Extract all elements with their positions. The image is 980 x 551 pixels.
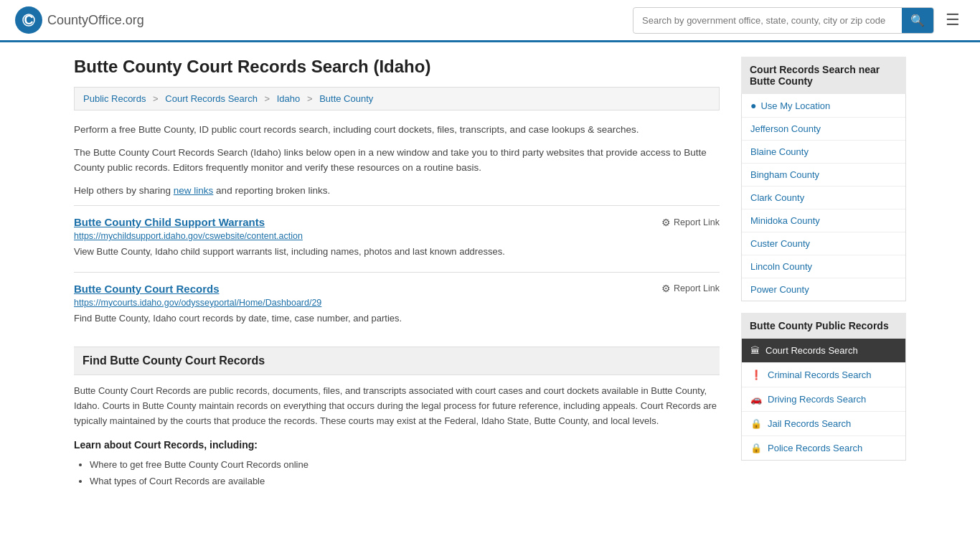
county-link-item[interactable]: Lincoln County (742, 255, 905, 278)
county-link-item[interactable]: Jefferson County (742, 118, 905, 141)
use-location-link[interactable]: Use My Location (760, 100, 830, 111)
public-record-item[interactable]: 🔒 Jail Records Search (742, 412, 905, 436)
report-icon: ⚙ (661, 217, 671, 228)
nearby-counties-container: Jefferson CountyBlaine CountyBingham Cou… (742, 118, 905, 301)
record-item-header: Butte County Child Support Warrants ⚙ Re… (74, 216, 720, 228)
public-record-link[interactable]: Jail Records Search (768, 418, 851, 429)
logo-icon: C (14, 6, 43, 34)
new-links[interactable]: new links (174, 185, 214, 196)
county-link[interactable]: Power County (750, 284, 809, 295)
record-description: View Butte County, Idaho child support w… (74, 245, 720, 259)
search-button[interactable]: 🔍 (902, 8, 933, 33)
main-content: Butte County Court Records Search (Idaho… (74, 57, 720, 490)
breadcrumb-idaho[interactable]: Idaho (277, 93, 301, 104)
report-link[interactable]: ⚙ Report Link (661, 217, 720, 228)
breadcrumb: Public Records > Court Records Search > … (74, 87, 720, 110)
county-link-item[interactable]: Clark County (742, 187, 905, 209)
search-input[interactable] (633, 9, 902, 32)
public-records-section-title: Butte County Public Records (741, 313, 906, 339)
search-box: 🔍 (633, 7, 934, 34)
record-item: Butte County Child Support Warrants ⚙ Re… (74, 205, 720, 269)
record-items: Butte County Child Support Warrants ⚙ Re… (74, 205, 720, 335)
page-title: Butte County Court Records Search (Idaho… (74, 57, 720, 77)
county-link[interactable]: Jefferson County (750, 123, 821, 134)
county-link[interactable]: Blaine County (750, 146, 809, 157)
sidebar: Court Records Search near Butte County ●… (741, 57, 906, 490)
public-record-link[interactable]: Court Records Search (765, 345, 858, 356)
bullet-item: Where to get free Butte County Court Rec… (90, 456, 720, 473)
record-title[interactable]: Butte County Court Records (74, 283, 220, 295)
public-record-link[interactable]: Driving Records Search (768, 394, 866, 405)
learn-heading: Learn about Court Records, including: (74, 439, 720, 451)
record-type-icon: 🔒 (750, 418, 762, 429)
location-icon: ● (750, 100, 756, 111)
breadcrumb-butte-county[interactable]: Butte County (319, 93, 373, 104)
find-description: Butte County Court Records are public re… (74, 384, 720, 428)
record-title[interactable]: Butte County Child Support Warrants (74, 216, 265, 228)
description-2: The Butte County Court Records Search (I… (74, 145, 720, 176)
nearby-counties-list: ● Use My Location Jefferson CountyBlaine… (741, 94, 906, 301)
description-1: Perform a free Butte County, ID public c… (74, 122, 720, 138)
page-container: Butte County Court Records Search (Idaho… (60, 42, 920, 504)
find-section-heading: Find Butte County Court Records (74, 347, 720, 375)
description-3: Help others by sharing new links and rep… (74, 183, 720, 199)
county-link-item[interactable]: Minidoka County (742, 209, 905, 232)
use-my-location[interactable]: ● Use My Location (742, 94, 905, 118)
public-record-item[interactable]: 🏛 Court Records Search (742, 339, 905, 363)
public-record-item[interactable]: 🚗 Driving Records Search (742, 387, 905, 412)
public-records-container: 🏛 Court Records Search ❗ Criminal Record… (742, 339, 905, 460)
county-link-item[interactable]: Blaine County (742, 141, 905, 164)
record-type-icon: ❗ (750, 369, 762, 380)
breadcrumb-court-records-search[interactable]: Court Records Search (165, 93, 258, 104)
public-record-item[interactable]: 🔒 Police Records Search (742, 436, 905, 460)
logo: C CountyOffice.org (14, 6, 144, 34)
record-url[interactable]: https://mycourts.idaho.gov/odysseyportal… (74, 298, 720, 308)
county-link[interactable]: Custer County (750, 238, 810, 249)
public-record-link[interactable]: Police Records Search (768, 443, 862, 453)
logo-text: CountyOffice.org (47, 13, 144, 28)
county-link[interactable]: Clark County (750, 192, 804, 203)
report-link[interactable]: ⚙ Report Link (661, 283, 720, 294)
record-url[interactable]: https://mychildsupport.idaho.gov/cswebsi… (74, 231, 720, 241)
record-type-icon: 🚗 (750, 394, 762, 405)
bullet-list: Where to get free Butte County Court Rec… (74, 456, 720, 490)
menu-button[interactable]: ☰ (940, 8, 966, 32)
county-link[interactable]: Bingham County (750, 169, 819, 180)
public-record-link[interactable]: Criminal Records Search (768, 369, 872, 380)
search-area: 🔍 ☰ (633, 7, 966, 34)
county-link-item[interactable]: Bingham County (742, 164, 905, 187)
record-description: Find Butte County, Idaho court records b… (74, 311, 720, 326)
county-link-item[interactable]: Power County (742, 278, 905, 301)
report-icon: ⚙ (661, 283, 671, 294)
header: C CountyOffice.org 🔍 ☰ (0, 0, 980, 42)
record-type-icon: 🏛 (750, 345, 760, 356)
record-type-icon: 🔒 (750, 443, 762, 453)
nearby-section-title: Court Records Search near Butte County (741, 57, 906, 94)
county-link[interactable]: Lincoln County (750, 261, 812, 272)
record-item-header: Butte County Court Records ⚙ Report Link (74, 283, 720, 295)
county-link[interactable]: Minidoka County (750, 215, 820, 226)
public-records-list: 🏛 Court Records Search ❗ Criminal Record… (741, 339, 906, 461)
bullet-item: What types of Court Records are availabl… (90, 473, 720, 489)
public-record-item[interactable]: ❗ Criminal Records Search (742, 363, 905, 387)
breadcrumb-public-records[interactable]: Public Records (83, 93, 146, 104)
record-item: Butte County Court Records ⚙ Report Link… (74, 272, 720, 336)
county-link-item[interactable]: Custer County (742, 232, 905, 255)
